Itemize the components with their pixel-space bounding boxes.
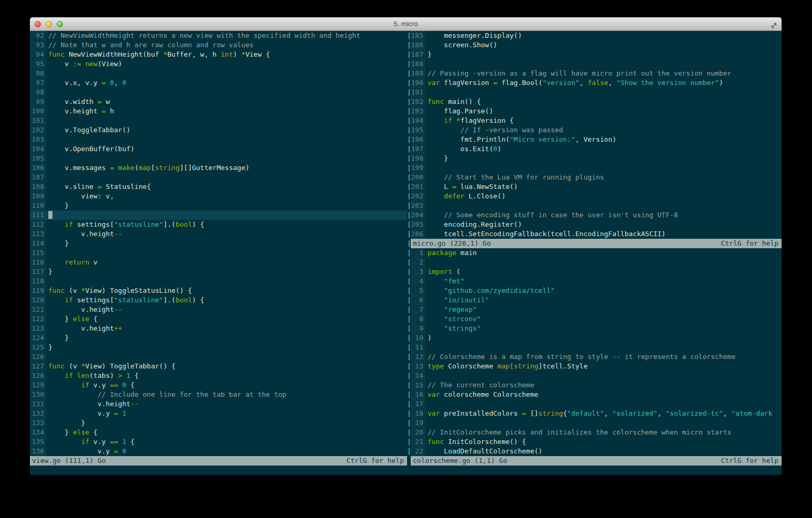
pane-colorscheme-go[interactable]: 1package main23import (4 "fmt"5 "github.…	[411, 248, 782, 466]
code-line[interactable]: 123 v.height++	[30, 324, 407, 333]
code-line[interactable]: 22 LoadDefaultColorscheme()	[411, 447, 782, 456]
code-line[interactable]: 95 v := new(View)	[30, 59, 407, 69]
code-line[interactable]: 121 v.height--	[30, 305, 407, 314]
code-line[interactable]: 18var preInstalledColors = []string{"def…	[411, 409, 782, 418]
code-line[interactable]: 102 v.ToggleTabbar()	[30, 125, 407, 135]
code-line[interactable]: 105	[30, 154, 407, 163]
code-line[interactable]: 99 v.width = w	[30, 97, 407, 107]
code-line[interactable]: 186 screen.Show()	[411, 40, 782, 50]
code-line[interactable]: 21func InitColorscheme() {	[411, 437, 782, 447]
code-line[interactable]: 104 v.OpenBuffer(buf)	[30, 144, 407, 154]
code-line[interactable]: 118	[30, 277, 407, 286]
code-line[interactable]: 185 messenger.Display()	[411, 31, 782, 40]
pane-micro-go[interactable]: 185 messenger.Display()186 screen.Show()…	[411, 31, 782, 248]
code-line[interactable]: 187}	[411, 50, 782, 59]
close-button[interactable]	[35, 21, 41, 27]
code-line[interactable]: 109 view: v,	[30, 192, 407, 201]
buffer-colorscheme-go[interactable]: 1package main23import (4 "fmt"5 "github.…	[411, 248, 782, 456]
code-line[interactable]: 17	[411, 399, 782, 409]
code-line[interactable]: 2	[411, 258, 782, 267]
titlebar[interactable]: 5. micro	[30, 17, 782, 31]
code-line[interactable]: 122 } else {	[30, 314, 407, 324]
code-line[interactable]: 126	[30, 352, 407, 362]
code-line[interactable]: 19	[411, 418, 782, 428]
code-line[interactable]: 124 }	[30, 333, 407, 343]
code-line[interactable]: 192func main() {	[411, 97, 782, 107]
code-line[interactable]: 106 v.messages = make(map[string][]Gutte…	[30, 163, 407, 173]
code-line[interactable]: 4 "fmt"	[411, 277, 782, 286]
code-line[interactable]: 130 // Include one line for the tab bar …	[30, 390, 407, 399]
terminal-window[interactable]: 5. micro 92// NewViewWidthHeight returns…	[30, 17, 782, 475]
code-line[interactable]: 114 }	[30, 239, 407, 248]
code-line[interactable]: 129 if v.y == 0 {	[30, 380, 407, 390]
code-line[interactable]: 6 "io/ioutil"	[411, 295, 782, 305]
code-line[interactable]: 203	[411, 201, 782, 210]
code-line[interactable]: 113 v.height--	[30, 229, 407, 239]
code-line[interactable]: 202 defer L.Close()	[411, 192, 782, 201]
code-line[interactable]: 1package main	[411, 248, 782, 258]
code-line[interactable]: 8 "strconv"	[411, 314, 782, 324]
code-line[interactable]: 191	[411, 88, 782, 97]
code-line[interactable]: 135 if v.y == 1 {	[30, 437, 407, 447]
code-line[interactable]: 133 }	[30, 418, 407, 428]
code-line[interactable]: 98	[30, 88, 407, 97]
code-line[interactable]: 97 v.x, v.y = 0, 0	[30, 78, 407, 88]
code-line[interactable]: 120 if settings["statusline"].(bool) {	[30, 295, 407, 305]
code-line[interactable]: 188	[411, 59, 782, 69]
code-line[interactable]: 96	[30, 69, 407, 78]
code-line[interactable]: 13type Colorscheme map[string]tcell.Styl…	[411, 362, 782, 371]
code-line[interactable]: 131 v.height--	[30, 399, 407, 409]
code-line[interactable]: 93// Note that w and h are raw column an…	[30, 40, 407, 50]
code-line[interactable]: 193 flag.Parse()	[411, 107, 782, 116]
code-line[interactable]: 205 encoding.Register()	[411, 220, 782, 229]
code-line[interactable]: 107	[30, 173, 407, 182]
code-line[interactable]: 110 }	[30, 201, 407, 210]
code-line[interactable]: 206 tcell.SetEncodingFallback(tcell.Enco…	[411, 229, 782, 239]
code-line[interactable]: 189// Passing -version as a flag will ha…	[411, 69, 782, 78]
code-line[interactable]: 132 v.y = 1	[30, 409, 407, 418]
code-line[interactable]: 115	[30, 248, 407, 258]
resize-icon[interactable]	[771, 21, 777, 28]
code-line[interactable]: 108 v.sline = Statusline{	[30, 182, 407, 192]
command-line[interactable]	[30, 466, 782, 475]
code-line[interactable]: 14	[411, 371, 782, 380]
code-line[interactable]: 196 fmt.Println("Micro version:", Versio…	[411, 135, 782, 144]
code-line[interactable]: 199	[411, 163, 782, 173]
code-line[interactable]: 204 // Some encoding stuff in case the u…	[411, 210, 782, 220]
code-line[interactable]: 9 "strings"	[411, 324, 782, 333]
code-line[interactable]: 20// InitColorscheme picks and initializ…	[411, 428, 782, 437]
code-line[interactable]: 134 } else {	[30, 428, 407, 437]
code-line[interactable]: 7 "regexp"	[411, 305, 782, 314]
code-line[interactable]: 11	[411, 343, 782, 352]
code-line[interactable]: 16var colorscheme Colorscheme	[411, 390, 782, 399]
buffer-view-go[interactable]: 92// NewViewWidthHeight returns a new vi…	[30, 31, 407, 456]
code-line[interactable]: 127func (v *View) ToggleTabbar() {	[30, 362, 407, 371]
code-line[interactable]: 15// The current colorscheme	[411, 380, 782, 390]
code-line[interactable]: 94func NewViewWidthHeight(buf *Buffer, w…	[30, 50, 407, 59]
code-line[interactable]: 92// NewViewWidthHeight returns a new vi…	[30, 31, 407, 40]
code-line[interactable]: 100 v.height = h	[30, 107, 407, 116]
code-line[interactable]: 195 // If -version was passed	[411, 125, 782, 135]
code-line[interactable]: 10)	[411, 333, 782, 343]
code-line[interactable]: 200 // Start the Lua VM for running plug…	[411, 173, 782, 182]
minimize-button[interactable]	[46, 21, 52, 27]
code-line[interactable]: 117}	[30, 267, 407, 277]
code-line[interactable]: 198 }	[411, 154, 782, 163]
pane-view-go[interactable]: 92// NewViewWidthHeight returns a new vi…	[30, 31, 407, 466]
split-divider[interactable]: | | | | | | | | | | | | | | | | | | | | …	[407, 31, 411, 466]
code-line[interactable]: 5 "github.com/zyedidia/tcell"	[411, 286, 782, 295]
code-line[interactable]: 197 os.Exit(0)	[411, 144, 782, 154]
zoom-button[interactable]	[57, 21, 63, 27]
code-line[interactable]: 194 if *flagVersion {	[411, 116, 782, 125]
code-line[interactable]: 111	[30, 210, 407, 220]
code-line[interactable]: 128 if len(tabs) > 1 {	[30, 371, 407, 380]
code-line[interactable]: 136 v.y = 0	[30, 447, 407, 456]
code-line[interactable]: 3import (	[411, 267, 782, 277]
code-line[interactable]: 112 if settings["statusline"].(bool) {	[30, 220, 407, 229]
code-line[interactable]: 190var flagVersion = flag.Bool("version"…	[411, 78, 782, 88]
code-line[interactable]: 12// Colorscheme is a map from string to…	[411, 352, 782, 362]
code-line[interactable]: 119func (v *View) ToggleStatusLine() {	[30, 286, 407, 295]
code-line[interactable]: 201 L = lua.NewState()	[411, 182, 782, 192]
code-line[interactable]: 101	[30, 116, 407, 125]
code-line[interactable]: 103	[30, 135, 407, 144]
